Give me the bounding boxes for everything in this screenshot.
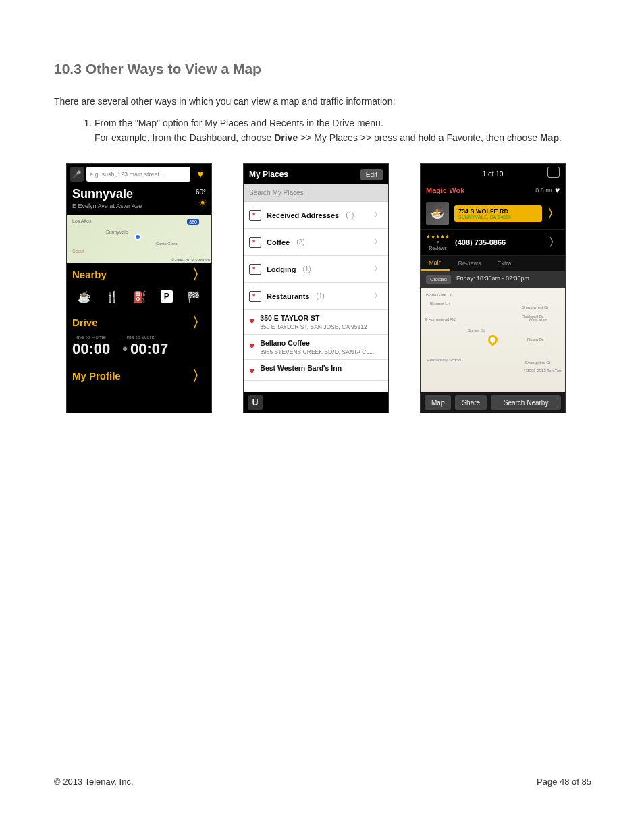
place-name: Best Western Bard's Inn bbox=[260, 364, 342, 372]
folder-count: (1) bbox=[346, 211, 354, 219]
chevron-right-icon: 〉 bbox=[192, 315, 206, 329]
favorites-icon[interactable]: ♥ bbox=[193, 167, 208, 182]
screenshots-row: 🎤 e.g. sushi,123 main street... ♥ Sunnyv… bbox=[66, 163, 591, 413]
phone-number: (408) 735-0866 bbox=[455, 238, 543, 246]
gas-icon[interactable]: ⛽ bbox=[133, 290, 146, 303]
map-copyright: ©2006-2013 TomTom bbox=[524, 369, 562, 373]
weather-temp: 60° bbox=[196, 188, 206, 196]
bottom-bar: U bbox=[244, 392, 388, 413]
review-label: Reviews bbox=[426, 246, 450, 251]
pager-text: 1 of 10 bbox=[483, 170, 504, 178]
share-button[interactable]: Share bbox=[455, 395, 487, 410]
folder-name: Received Addresses bbox=[267, 211, 339, 219]
place-row[interactable]: ♥350 E TAYLOR ST350 E TAYLOR ST, SAN JOS… bbox=[244, 310, 388, 335]
place-name: 350 E TAYLOR ST bbox=[260, 314, 367, 322]
chevron-right-icon: 〉 bbox=[192, 267, 206, 281]
dashboard-map[interactable]: Los Altos Sunnyvale Santa Clara Scout 88… bbox=[67, 215, 211, 263]
step-1-example: For example, from the Dashboard, choose … bbox=[95, 132, 591, 143]
chevron-right-icon: 〉 bbox=[373, 209, 383, 221]
folder-name: Restaurants bbox=[267, 292, 310, 301]
current-city: Sunnyvale bbox=[72, 187, 206, 201]
folder-name: Lodging bbox=[267, 265, 296, 273]
address-card[interactable]: 🍜 734 S WOLFE RD SUNNYVALE, CA 94086 〉 bbox=[421, 198, 565, 230]
weather-sun-icon: ☀ bbox=[198, 197, 207, 209]
folder-count: (2) bbox=[296, 238, 304, 246]
heart-icon: ♥ bbox=[249, 340, 254, 355]
current-address: E Evelyn Ave at Aster Ave bbox=[72, 203, 206, 209]
chat-icon[interactable] bbox=[547, 167, 560, 178]
step-1: From the "Map" option for My Places and … bbox=[95, 118, 591, 128]
search-input[interactable]: e.g. sushi,123 main street... bbox=[86, 167, 190, 182]
chevron-right-icon: 〉 bbox=[373, 263, 383, 276]
review-count: 2 bbox=[426, 240, 450, 246]
map-button[interactable]: Map bbox=[425, 395, 451, 410]
nearby-section[interactable]: Nearby 〉 bbox=[67, 263, 211, 285]
address-line1: 734 S WOLFE RD bbox=[458, 208, 538, 215]
map-label-losaltos: Los Altos bbox=[72, 219, 91, 224]
search-nearby-button[interactable]: Search Nearby bbox=[491, 395, 561, 410]
myplaces-title: My Places bbox=[249, 170, 288, 179]
folder-row[interactable]: Lodging(1)〉 bbox=[244, 256, 388, 283]
folder-count: (1) bbox=[302, 265, 311, 273]
folder-row[interactable]: Restaurants(1)〉 bbox=[244, 283, 388, 310]
footer-copyright: © 2013 Telenav, Inc. bbox=[54, 777, 134, 787]
food-icon[interactable]: 🍴 bbox=[105, 290, 119, 303]
place-address: 3985 STEVENS CREEK BLVD, SANTA CL... bbox=[260, 348, 374, 355]
tab-extra[interactable]: Extra bbox=[489, 256, 520, 271]
heart-icon: ♥ bbox=[249, 315, 254, 330]
place-name: Magic Wok bbox=[426, 186, 464, 194]
folder-count: (1) bbox=[317, 292, 325, 300]
folder-icon bbox=[249, 237, 261, 248]
phone-card[interactable]: ★★★★★ 2 Reviews (408) 735-0866 〉 bbox=[421, 230, 565, 256]
hours-row: Closed Friday: 10:30am - 02:30pm bbox=[421, 271, 565, 288]
intro-text: There are several other ways in which yo… bbox=[54, 96, 591, 107]
folder-icon bbox=[249, 291, 261, 302]
nearby-label: Nearby bbox=[72, 269, 107, 280]
chevron-right-icon: 〉 bbox=[547, 205, 560, 221]
place-photo-icon: 🍜 bbox=[426, 202, 449, 225]
star-rating-icon: ★★★★★ bbox=[426, 234, 450, 240]
scout-logo-icon[interactable]: U bbox=[248, 395, 263, 410]
detail-map[interactable]: Elanore Ln E Homestead Rd Shadowrest Dr … bbox=[421, 288, 565, 396]
heart-icon[interactable]: ♥ bbox=[555, 186, 560, 195]
footer-page: Page 48 of 85 bbox=[537, 777, 591, 787]
tab-reviews[interactable]: Reviews bbox=[450, 256, 489, 271]
map-label-sunnyvale: Sunnyvale bbox=[106, 230, 128, 234]
page-footer: © 2013 Telenav, Inc. Page 48 of 85 bbox=[54, 777, 591, 787]
myprofile-section[interactable]: My Profile 〉 bbox=[67, 365, 211, 386]
category-icons: ☕ 🍴 ⛽ P 🏁 bbox=[67, 285, 211, 311]
drive-label: Drive bbox=[72, 317, 98, 328]
time-to-home[interactable]: Time to Home 00:00 bbox=[72, 334, 110, 358]
parking-icon[interactable]: P bbox=[161, 290, 173, 303]
heart-icon: ♥ bbox=[249, 365, 254, 376]
phone-dashboard: 🎤 e.g. sushi,123 main street... ♥ Sunnyv… bbox=[66, 163, 212, 413]
coffee-icon[interactable]: ☕ bbox=[78, 290, 91, 303]
edit-button[interactable]: Edit bbox=[360, 169, 383, 180]
time-to-work[interactable]: Time to Work •00:07 bbox=[122, 334, 168, 358]
address-line2: SUNNYVALE, CA 94086 bbox=[458, 215, 538, 219]
place-name: Bellano Coffee bbox=[260, 339, 374, 347]
place-address: 350 E TAYLOR ST, SAN JOSE, CA 95112 bbox=[260, 323, 367, 330]
drive-section[interactable]: Drive 〉 bbox=[67, 311, 211, 333]
search-my-places-input[interactable]: Search My Places bbox=[244, 184, 388, 202]
map-copyright: ©2006-2013 TomTom bbox=[171, 258, 210, 262]
map-label-scout: Scout bbox=[72, 249, 84, 253]
map-label-santaclara: Santa Clara bbox=[156, 242, 178, 246]
hwy-shield-icon: 880 bbox=[187, 219, 199, 225]
folder-row[interactable]: Coffee(2)〉 bbox=[244, 229, 388, 256]
place-row[interactable]: ♥Best Western Bard's Inn bbox=[244, 360, 388, 381]
chevron-right-icon: 〉 bbox=[373, 236, 383, 249]
tab-main[interactable]: Main bbox=[421, 256, 450, 271]
place-row[interactable]: ♥Bellano Coffee3985 STEVENS CREEK BLVD, … bbox=[244, 335, 388, 360]
folder-row[interactable]: Received Addresses(1)〉 bbox=[244, 202, 388, 229]
folder-icon bbox=[249, 210, 261, 221]
chevron-right-icon: 〉 bbox=[549, 236, 560, 250]
mic-icon[interactable]: 🎤 bbox=[70, 167, 84, 182]
location-dot-icon bbox=[134, 234, 141, 240]
folder-icon bbox=[249, 264, 261, 275]
phone-myplaces: My Places Edit Search My Places Received… bbox=[243, 163, 389, 413]
ev-icon[interactable]: 🏁 bbox=[187, 290, 200, 303]
detail-tabs: Main Reviews Extra bbox=[421, 256, 565, 271]
map-pin-icon bbox=[486, 333, 500, 346]
closed-badge: Closed bbox=[426, 275, 451, 284]
